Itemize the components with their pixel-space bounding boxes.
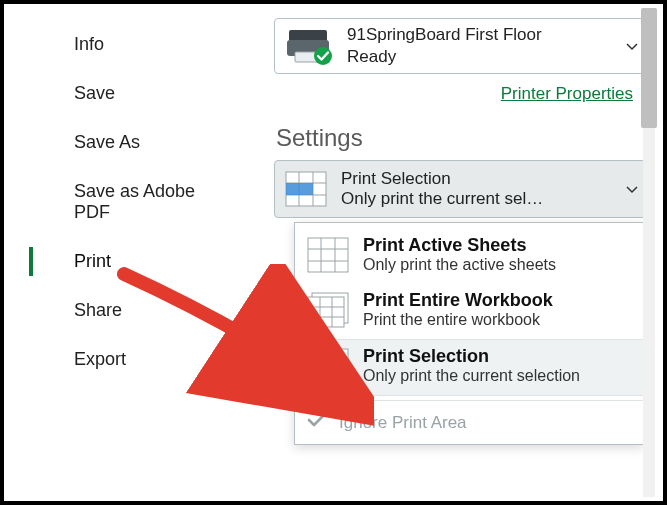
- printer-properties-link[interactable]: Printer Properties: [501, 84, 633, 103]
- svg-point-3: [314, 47, 332, 65]
- sidebar-label: Save: [74, 83, 115, 103]
- sidebar-label: Info: [74, 34, 104, 54]
- ignore-label: Ignore Print Area: [339, 413, 467, 433]
- print-what-dropdown[interactable]: Print Selection Only print the current s…: [274, 160, 649, 218]
- settings-heading: Settings: [276, 124, 649, 152]
- sidebar-label: Save As: [74, 132, 140, 152]
- sidebar-label: Save as Adobe PDF: [74, 181, 195, 222]
- option-sub: Only print the current selection: [363, 367, 580, 385]
- dropdown-text: Print Selection Only print the current s…: [341, 169, 551, 209]
- sidebar-item-save-adobe-pdf[interactable]: Save as Adobe PDF: [4, 167, 234, 237]
- svg-rect-9: [286, 183, 313, 195]
- print-what-menu: Print Active Sheets Only print the activ…: [294, 222, 644, 445]
- workbook-icon: [307, 292, 349, 328]
- svg-rect-10: [308, 238, 348, 272]
- option-print-active-sheets[interactable]: Print Active Sheets Only print the activ…: [295, 229, 643, 284]
- chevron-down-icon: [626, 38, 638, 54]
- sidebar-label: Export: [74, 349, 126, 369]
- option-sub: Print the entire workbook: [363, 311, 553, 329]
- svg-rect-27: [308, 360, 335, 372]
- sidebar-item-info[interactable]: Info: [4, 20, 234, 69]
- option-text: Print Active Sheets Only print the activ…: [363, 235, 556, 274]
- sidebar-item-export[interactable]: Export: [4, 335, 234, 384]
- printer-icon: [285, 26, 335, 66]
- printer-selector[interactable]: 91SpringBoard First Floor Ready: [274, 18, 649, 74]
- app-frame: Info Save Save As Save as Adobe PDF Prin…: [0, 0, 667, 505]
- chevron-down-icon: [626, 181, 638, 197]
- sidebar-label: Print: [74, 251, 111, 271]
- svg-rect-21: [308, 317, 320, 327]
- sheet-selection-icon: [307, 348, 349, 384]
- option-title: Print Entire Workbook: [363, 290, 553, 311]
- printer-properties-link-wrap: Printer Properties: [274, 84, 633, 104]
- option-ignore-print-area[interactable]: Ignore Print Area: [295, 400, 643, 444]
- sidebar-item-save-as[interactable]: Save As: [4, 118, 234, 167]
- dropdown-title: Print Selection: [341, 169, 551, 189]
- printer-status: Ready: [347, 47, 542, 67]
- sidebar-label: Share: [74, 300, 122, 320]
- sheet-icon: [307, 237, 349, 273]
- check-icon: [307, 411, 329, 434]
- option-print-entire-workbook[interactable]: Print Entire Workbook Print the entire w…: [295, 284, 643, 339]
- option-title: Print Selection: [363, 346, 580, 367]
- option-sub: Only print the active sheets: [363, 256, 556, 274]
- backstage-sidebar: Info Save Save As Save as Adobe PDF Prin…: [4, 4, 234, 501]
- dropdown-subtitle: Only print the current sele…: [341, 189, 551, 209]
- printer-info: 91SpringBoard First Floor Ready: [347, 25, 542, 67]
- sidebar-item-save[interactable]: Save: [4, 69, 234, 118]
- sheet-selection-icon: [285, 171, 327, 207]
- option-text: Print Entire Workbook Print the entire w…: [363, 290, 553, 329]
- scrollbar[interactable]: [641, 8, 657, 497]
- option-print-selection[interactable]: Print Selection Only print the current s…: [295, 339, 643, 396]
- printer-name: 91SpringBoard First Floor: [347, 25, 542, 45]
- scroll-thumb[interactable]: [641, 8, 657, 128]
- option-title: Print Active Sheets: [363, 235, 556, 256]
- sidebar-item-share[interactable]: Share: [4, 286, 234, 335]
- sidebar-item-print[interactable]: Print: [4, 237, 234, 286]
- option-text: Print Selection Only print the current s…: [363, 346, 580, 385]
